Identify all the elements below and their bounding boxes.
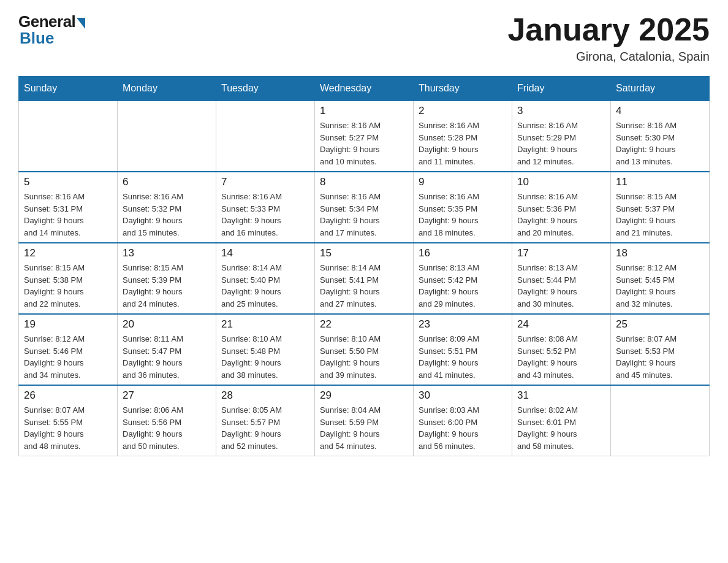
calendar-cell: 28Sunrise: 8:05 AM Sunset: 5:57 PM Dayli… (216, 385, 315, 456)
day-info: Sunrise: 8:16 AM Sunset: 5:34 PM Dayligh… (320, 191, 408, 239)
day-number: 19 (24, 318, 112, 331)
day-number: 25 (616, 318, 704, 331)
calendar-cell: 3Sunrise: 8:16 AM Sunset: 5:29 PM Daylig… (512, 101, 611, 172)
day-number: 6 (123, 176, 211, 188)
calendar-cell: 25Sunrise: 8:07 AM Sunset: 5:53 PM Dayli… (611, 314, 710, 385)
month-title: January 2025 (507, 12, 710, 47)
calendar-cell (611, 385, 710, 456)
calendar-cell: 6Sunrise: 8:16 AM Sunset: 5:32 PM Daylig… (118, 172, 216, 243)
day-info: Sunrise: 8:15 AM Sunset: 5:37 PM Dayligh… (616, 191, 704, 239)
calendar-header-row: SundayMondayTuesdayWednesdayThursdayFrid… (19, 77, 710, 101)
title-section: January 2025 Girona, Catalonia, Spain (507, 12, 710, 64)
col-header-tuesday: Tuesday (216, 77, 315, 101)
day-info: Sunrise: 8:14 AM Sunset: 5:41 PM Dayligh… (320, 262, 408, 310)
page-header: General Blue January 2025 Girona, Catalo… (18, 12, 710, 64)
col-header-monday: Monday (118, 77, 216, 101)
day-number: 17 (517, 247, 605, 259)
calendar-cell: 23Sunrise: 8:09 AM Sunset: 5:51 PM Dayli… (414, 314, 512, 385)
day-info: Sunrise: 8:08 AM Sunset: 5:52 PM Dayligh… (517, 333, 605, 381)
calendar-cell: 9Sunrise: 8:16 AM Sunset: 5:35 PM Daylig… (414, 172, 512, 243)
col-header-saturday: Saturday (611, 77, 710, 101)
calendar-cell: 4Sunrise: 8:16 AM Sunset: 5:30 PM Daylig… (611, 101, 710, 172)
day-info: Sunrise: 8:05 AM Sunset: 5:57 PM Dayligh… (221, 404, 309, 452)
day-info: Sunrise: 8:16 AM Sunset: 5:29 PM Dayligh… (517, 120, 605, 167)
day-info: Sunrise: 8:15 AM Sunset: 5:38 PM Dayligh… (24, 262, 112, 310)
calendar-cell: 15Sunrise: 8:14 AM Sunset: 5:41 PM Dayli… (315, 243, 414, 314)
calendar-cell: 11Sunrise: 8:15 AM Sunset: 5:37 PM Dayli… (611, 172, 710, 243)
day-number: 1 (320, 105, 408, 117)
day-number: 16 (419, 247, 507, 259)
day-info: Sunrise: 8:12 AM Sunset: 5:45 PM Dayligh… (616, 262, 704, 310)
calendar-cell (118, 101, 216, 172)
day-number: 9 (419, 176, 507, 188)
day-number: 15 (320, 247, 408, 259)
day-info: Sunrise: 8:11 AM Sunset: 5:47 PM Dayligh… (123, 333, 211, 381)
day-number: 11 (616, 176, 704, 188)
day-info: Sunrise: 8:16 AM Sunset: 5:35 PM Dayligh… (419, 191, 507, 239)
day-number: 3 (517, 105, 605, 117)
logo: General Blue (18, 12, 85, 48)
calendar-table: SundayMondayTuesdayWednesdayThursdayFrid… (18, 76, 710, 456)
day-number: 31 (517, 389, 605, 402)
logo-blue-text: Blue (20, 29, 85, 48)
day-info: Sunrise: 8:14 AM Sunset: 5:40 PM Dayligh… (221, 262, 309, 310)
day-number: 18 (616, 247, 704, 259)
day-info: Sunrise: 8:16 AM Sunset: 5:27 PM Dayligh… (320, 120, 408, 167)
day-info: Sunrise: 8:04 AM Sunset: 5:59 PM Dayligh… (320, 404, 408, 452)
day-number: 30 (419, 389, 507, 402)
day-info: Sunrise: 8:10 AM Sunset: 5:48 PM Dayligh… (221, 333, 309, 381)
calendar-cell: 29Sunrise: 8:04 AM Sunset: 5:59 PM Dayli… (315, 385, 414, 456)
day-number: 5 (24, 176, 112, 188)
day-number: 24 (517, 318, 605, 331)
col-header-thursday: Thursday (414, 77, 512, 101)
calendar-cell (19, 101, 118, 172)
calendar-week-row: 5Sunrise: 8:16 AM Sunset: 5:31 PM Daylig… (19, 172, 710, 243)
calendar-cell: 7Sunrise: 8:16 AM Sunset: 5:33 PM Daylig… (216, 172, 315, 243)
calendar-week-row: 1Sunrise: 8:16 AM Sunset: 5:27 PM Daylig… (19, 101, 710, 172)
day-info: Sunrise: 8:12 AM Sunset: 5:46 PM Dayligh… (24, 333, 112, 381)
calendar-cell: 22Sunrise: 8:10 AM Sunset: 5:50 PM Dayli… (315, 314, 414, 385)
day-info: Sunrise: 8:16 AM Sunset: 5:33 PM Dayligh… (221, 191, 309, 239)
day-number: 14 (221, 247, 309, 259)
calendar-cell: 2Sunrise: 8:16 AM Sunset: 5:28 PM Daylig… (414, 101, 512, 172)
day-info: Sunrise: 8:03 AM Sunset: 6:00 PM Dayligh… (419, 404, 507, 452)
calendar-cell: 5Sunrise: 8:16 AM Sunset: 5:31 PM Daylig… (19, 172, 118, 243)
calendar-cell (216, 101, 315, 172)
calendar-cell: 26Sunrise: 8:07 AM Sunset: 5:55 PM Dayli… (19, 385, 118, 456)
col-header-sunday: Sunday (19, 77, 118, 101)
day-number: 7 (221, 176, 309, 188)
day-info: Sunrise: 8:13 AM Sunset: 5:42 PM Dayligh… (419, 262, 507, 310)
calendar-cell: 1Sunrise: 8:16 AM Sunset: 5:27 PM Daylig… (315, 101, 414, 172)
day-info: Sunrise: 8:09 AM Sunset: 5:51 PM Dayligh… (419, 333, 507, 381)
day-number: 26 (24, 389, 112, 402)
calendar-cell: 24Sunrise: 8:08 AM Sunset: 5:52 PM Dayli… (512, 314, 611, 385)
calendar-week-row: 26Sunrise: 8:07 AM Sunset: 5:55 PM Dayli… (19, 385, 710, 456)
day-info: Sunrise: 8:02 AM Sunset: 6:01 PM Dayligh… (517, 404, 605, 452)
calendar-cell: 31Sunrise: 8:02 AM Sunset: 6:01 PM Dayli… (512, 385, 611, 456)
day-info: Sunrise: 8:07 AM Sunset: 5:55 PM Dayligh… (24, 404, 112, 452)
calendar-cell: 8Sunrise: 8:16 AM Sunset: 5:34 PM Daylig… (315, 172, 414, 243)
day-number: 23 (419, 318, 507, 331)
calendar-cell: 30Sunrise: 8:03 AM Sunset: 6:00 PM Dayli… (414, 385, 512, 456)
location-text: Girona, Catalonia, Spain (507, 50, 710, 64)
day-info: Sunrise: 8:16 AM Sunset: 5:36 PM Dayligh… (517, 191, 605, 239)
calendar-cell: 13Sunrise: 8:15 AM Sunset: 5:39 PM Dayli… (118, 243, 216, 314)
logo-arrow-icon (77, 18, 85, 29)
day-number: 13 (123, 247, 211, 259)
day-number: 2 (419, 105, 507, 117)
calendar-cell: 21Sunrise: 8:10 AM Sunset: 5:48 PM Dayli… (216, 314, 315, 385)
day-number: 29 (320, 389, 408, 402)
calendar-cell: 12Sunrise: 8:15 AM Sunset: 5:38 PM Dayli… (19, 243, 118, 314)
calendar-cell: 20Sunrise: 8:11 AM Sunset: 5:47 PM Dayli… (118, 314, 216, 385)
day-info: Sunrise: 8:07 AM Sunset: 5:53 PM Dayligh… (616, 333, 704, 381)
day-info: Sunrise: 8:16 AM Sunset: 5:31 PM Dayligh… (24, 191, 112, 239)
day-number: 20 (123, 318, 211, 331)
day-number: 27 (123, 389, 211, 402)
day-number: 12 (24, 247, 112, 259)
day-info: Sunrise: 8:10 AM Sunset: 5:50 PM Dayligh… (320, 333, 408, 381)
calendar-cell: 16Sunrise: 8:13 AM Sunset: 5:42 PM Dayli… (414, 243, 512, 314)
calendar-cell: 17Sunrise: 8:13 AM Sunset: 5:44 PM Dayli… (512, 243, 611, 314)
day-info: Sunrise: 8:06 AM Sunset: 5:56 PM Dayligh… (123, 404, 211, 452)
day-number: 28 (221, 389, 309, 402)
day-number: 21 (221, 318, 309, 331)
